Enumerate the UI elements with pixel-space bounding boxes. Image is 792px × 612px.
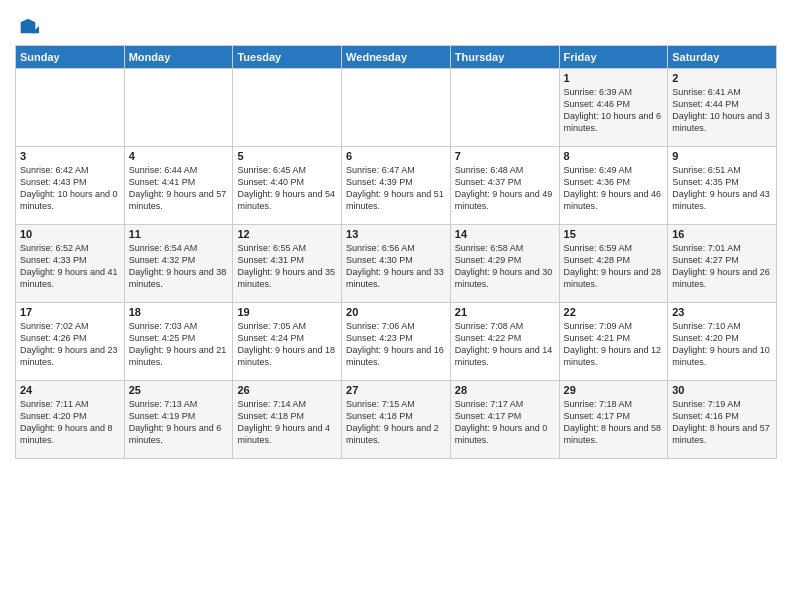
calendar-cell: 7Sunrise: 6:48 AM Sunset: 4:37 PM Daylig… — [450, 147, 559, 225]
logo — [15, 15, 39, 37]
calendar-cell: 16Sunrise: 7:01 AM Sunset: 4:27 PM Dayli… — [668, 225, 777, 303]
calendar-cell: 14Sunrise: 6:58 AM Sunset: 4:29 PM Dayli… — [450, 225, 559, 303]
day-info: Sunrise: 7:11 AM Sunset: 4:20 PM Dayligh… — [20, 398, 120, 447]
day-number: 2 — [672, 72, 772, 84]
calendar-cell: 2Sunrise: 6:41 AM Sunset: 4:44 PM Daylig… — [668, 69, 777, 147]
day-number: 13 — [346, 228, 446, 240]
day-number: 10 — [20, 228, 120, 240]
calendar-cell: 4Sunrise: 6:44 AM Sunset: 4:41 PM Daylig… — [124, 147, 233, 225]
day-number: 25 — [129, 384, 229, 396]
day-number: 16 — [672, 228, 772, 240]
day-info: Sunrise: 7:17 AM Sunset: 4:17 PM Dayligh… — [455, 398, 555, 447]
day-info: Sunrise: 6:58 AM Sunset: 4:29 PM Dayligh… — [455, 242, 555, 291]
day-info: Sunrise: 6:59 AM Sunset: 4:28 PM Dayligh… — [564, 242, 664, 291]
calendar-cell: 5Sunrise: 6:45 AM Sunset: 4:40 PM Daylig… — [233, 147, 342, 225]
day-number: 12 — [237, 228, 337, 240]
header-row: SundayMondayTuesdayWednesdayThursdayFrid… — [16, 46, 777, 69]
calendar-cell: 27Sunrise: 7:15 AM Sunset: 4:18 PM Dayli… — [342, 381, 451, 459]
day-number: 19 — [237, 306, 337, 318]
calendar-cell: 23Sunrise: 7:10 AM Sunset: 4:20 PM Dayli… — [668, 303, 777, 381]
calendar-cell — [450, 69, 559, 147]
day-info: Sunrise: 6:44 AM Sunset: 4:41 PM Dayligh… — [129, 164, 229, 213]
day-info: Sunrise: 7:14 AM Sunset: 4:18 PM Dayligh… — [237, 398, 337, 447]
calendar-cell: 29Sunrise: 7:18 AM Sunset: 4:17 PM Dayli… — [559, 381, 668, 459]
calendar-cell: 20Sunrise: 7:06 AM Sunset: 4:23 PM Dayli… — [342, 303, 451, 381]
day-number: 15 — [564, 228, 664, 240]
day-info: Sunrise: 6:39 AM Sunset: 4:46 PM Dayligh… — [564, 86, 664, 135]
day-number: 8 — [564, 150, 664, 162]
calendar-cell: 1Sunrise: 6:39 AM Sunset: 4:46 PM Daylig… — [559, 69, 668, 147]
day-number: 30 — [672, 384, 772, 396]
day-info: Sunrise: 7:09 AM Sunset: 4:21 PM Dayligh… — [564, 320, 664, 369]
day-number: 22 — [564, 306, 664, 318]
day-number: 7 — [455, 150, 555, 162]
weekday-header: Friday — [559, 46, 668, 69]
day-number: 21 — [455, 306, 555, 318]
calendar-cell: 15Sunrise: 6:59 AM Sunset: 4:28 PM Dayli… — [559, 225, 668, 303]
day-info: Sunrise: 7:06 AM Sunset: 4:23 PM Dayligh… — [346, 320, 446, 369]
weekday-header: Monday — [124, 46, 233, 69]
day-info: Sunrise: 6:49 AM Sunset: 4:36 PM Dayligh… — [564, 164, 664, 213]
calendar-cell: 21Sunrise: 7:08 AM Sunset: 4:22 PM Dayli… — [450, 303, 559, 381]
calendar-cell — [16, 69, 125, 147]
day-info: Sunrise: 7:18 AM Sunset: 4:17 PM Dayligh… — [564, 398, 664, 447]
calendar-cell: 28Sunrise: 7:17 AM Sunset: 4:17 PM Dayli… — [450, 381, 559, 459]
day-number: 3 — [20, 150, 120, 162]
day-info: Sunrise: 6:52 AM Sunset: 4:33 PM Dayligh… — [20, 242, 120, 291]
day-number: 14 — [455, 228, 555, 240]
day-info: Sunrise: 6:48 AM Sunset: 4:37 PM Dayligh… — [455, 164, 555, 213]
day-info: Sunrise: 6:51 AM Sunset: 4:35 PM Dayligh… — [672, 164, 772, 213]
calendar-cell: 17Sunrise: 7:02 AM Sunset: 4:26 PM Dayli… — [16, 303, 125, 381]
calendar-cell: 9Sunrise: 6:51 AM Sunset: 4:35 PM Daylig… — [668, 147, 777, 225]
day-number: 26 — [237, 384, 337, 396]
weekday-header: Saturday — [668, 46, 777, 69]
page-header — [15, 10, 777, 37]
weekday-header: Tuesday — [233, 46, 342, 69]
calendar-cell: 26Sunrise: 7:14 AM Sunset: 4:18 PM Dayli… — [233, 381, 342, 459]
calendar-cell: 22Sunrise: 7:09 AM Sunset: 4:21 PM Dayli… — [559, 303, 668, 381]
day-info: Sunrise: 6:56 AM Sunset: 4:30 PM Dayligh… — [346, 242, 446, 291]
day-number: 11 — [129, 228, 229, 240]
day-info: Sunrise: 7:15 AM Sunset: 4:18 PM Dayligh… — [346, 398, 446, 447]
calendar-table: SundayMondayTuesdayWednesdayThursdayFrid… — [15, 45, 777, 459]
day-info: Sunrise: 7:05 AM Sunset: 4:24 PM Dayligh… — [237, 320, 337, 369]
calendar-week-row: 17Sunrise: 7:02 AM Sunset: 4:26 PM Dayli… — [16, 303, 777, 381]
calendar-cell — [342, 69, 451, 147]
day-info: Sunrise: 7:13 AM Sunset: 4:19 PM Dayligh… — [129, 398, 229, 447]
calendar-cell — [124, 69, 233, 147]
day-info: Sunrise: 7:10 AM Sunset: 4:20 PM Dayligh… — [672, 320, 772, 369]
calendar-cell: 11Sunrise: 6:54 AM Sunset: 4:32 PM Dayli… — [124, 225, 233, 303]
calendar-cell: 25Sunrise: 7:13 AM Sunset: 4:19 PM Dayli… — [124, 381, 233, 459]
calendar-cell: 6Sunrise: 6:47 AM Sunset: 4:39 PM Daylig… — [342, 147, 451, 225]
calendar-week-row: 24Sunrise: 7:11 AM Sunset: 4:20 PM Dayli… — [16, 381, 777, 459]
calendar-cell — [233, 69, 342, 147]
day-number: 24 — [20, 384, 120, 396]
day-info: Sunrise: 6:55 AM Sunset: 4:31 PM Dayligh… — [237, 242, 337, 291]
svg-marker-0 — [21, 19, 36, 34]
day-number: 18 — [129, 306, 229, 318]
day-info: Sunrise: 7:19 AM Sunset: 4:16 PM Dayligh… — [672, 398, 772, 447]
calendar-cell: 12Sunrise: 6:55 AM Sunset: 4:31 PM Dayli… — [233, 225, 342, 303]
day-info: Sunrise: 6:45 AM Sunset: 4:40 PM Dayligh… — [237, 164, 337, 213]
day-number: 1 — [564, 72, 664, 84]
calendar-week-row: 10Sunrise: 6:52 AM Sunset: 4:33 PM Dayli… — [16, 225, 777, 303]
day-number: 5 — [237, 150, 337, 162]
calendar-cell: 10Sunrise: 6:52 AM Sunset: 4:33 PM Dayli… — [16, 225, 125, 303]
weekday-header: Sunday — [16, 46, 125, 69]
day-number: 4 — [129, 150, 229, 162]
weekday-header: Thursday — [450, 46, 559, 69]
day-info: Sunrise: 6:54 AM Sunset: 4:32 PM Dayligh… — [129, 242, 229, 291]
calendar-cell: 13Sunrise: 6:56 AM Sunset: 4:30 PM Dayli… — [342, 225, 451, 303]
page-container: SundayMondayTuesdayWednesdayThursdayFrid… — [0, 0, 792, 464]
calendar-cell: 3Sunrise: 6:42 AM Sunset: 4:43 PM Daylig… — [16, 147, 125, 225]
day-number: 17 — [20, 306, 120, 318]
calendar-cell: 8Sunrise: 6:49 AM Sunset: 4:36 PM Daylig… — [559, 147, 668, 225]
calendar-cell: 19Sunrise: 7:05 AM Sunset: 4:24 PM Dayli… — [233, 303, 342, 381]
day-number: 29 — [564, 384, 664, 396]
day-info: Sunrise: 6:42 AM Sunset: 4:43 PM Dayligh… — [20, 164, 120, 213]
logo-icon — [17, 15, 39, 37]
calendar-cell: 24Sunrise: 7:11 AM Sunset: 4:20 PM Dayli… — [16, 381, 125, 459]
day-info: Sunrise: 7:08 AM Sunset: 4:22 PM Dayligh… — [455, 320, 555, 369]
day-number: 23 — [672, 306, 772, 318]
day-info: Sunrise: 7:03 AM Sunset: 4:25 PM Dayligh… — [129, 320, 229, 369]
